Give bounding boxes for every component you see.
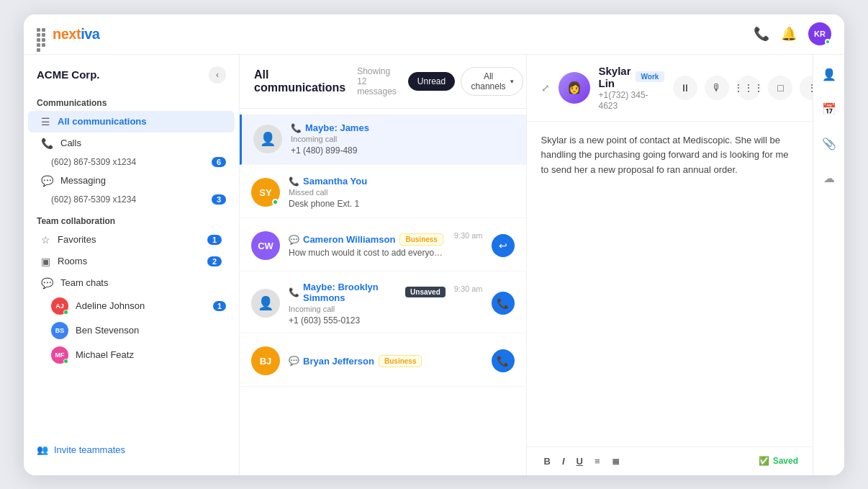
james-call-icon: 📞	[291, 123, 302, 133]
brooklyn-sub: Incoming call	[289, 305, 446, 313]
samantha-online	[272, 199, 279, 205]
sidebar-label-all-comms: All communications	[58, 116, 222, 127]
cameron-tag: Business	[399, 233, 443, 246]
msg-item-james[interactable]: 👤 📞 Maybe: James Incoming call +1 (480) …	[240, 115, 526, 165]
active-call-panel: ⤢ 👩 Skylar Lin Work +1(732) 345-4623 ⏸ 🎙	[526, 55, 813, 475]
james-body: 📞 Maybe: James Incoming call +1 (480) 89…	[291, 122, 515, 156]
saved-indicator: ✅ Saved	[759, 456, 798, 466]
msg-item-bryan[interactable]: BJ 💬 Bryan Jefferson Business 📞	[240, 336, 526, 387]
comm-count: Showing 12 messages	[357, 66, 397, 97]
team-collab-section-label: Team collaboration	[24, 207, 239, 229]
james-sub: Incoming call	[291, 135, 515, 143]
team-chat-ben[interactable]: BS Ben Stevenson	[24, 318, 239, 343]
sidebar-item-calls[interactable]: 📞 Calls	[28, 133, 235, 154]
more-btn[interactable]: ⋮	[800, 76, 813, 100]
comm-header: All communications Showing 12 messages U…	[240, 55, 526, 109]
team-chats-icon: 💬	[41, 277, 53, 289]
caller-number: +1(732) 345-4623	[599, 90, 648, 111]
caller-avatar: 👩	[559, 72, 590, 104]
samantha-name: Samantha You	[303, 176, 367, 187]
adeline-badge: 1	[213, 301, 226, 311]
sidebar-item-all-communications[interactable]: ☰ All communications	[28, 111, 235, 133]
attachment-icon[interactable]: 📎	[818, 133, 841, 156]
sidebar-item-team-chats[interactable]: 💬 Team chats	[28, 272, 235, 294]
calls-number-label: (602) 867-5309 x1234	[51, 157, 204, 167]
adeline-online	[63, 310, 68, 315]
cloud-icon[interactable]: ☁	[818, 167, 841, 190]
sidebar-header: ACME Corp. ‹	[24, 55, 239, 89]
sidebar-collapse-btn[interactable]: ‹	[209, 66, 226, 84]
top-bar-actions: 📞 🔔 KR	[754, 22, 831, 45]
bryan-call-btn[interactable]: 📞	[492, 349, 515, 372]
calls-icon: 📞	[41, 138, 53, 149]
pause-btn[interactable]: ⏸	[673, 76, 697, 100]
samantha-call-icon: 📞	[289, 176, 299, 187]
phone-icon[interactable]: 📞	[754, 26, 769, 42]
cameron-time: 9:30 am	[454, 228, 483, 240]
cameron-body: 💬 Cameron Williamson Business How much w…	[289, 233, 446, 258]
ben-avatar: BS	[51, 322, 68, 339]
mute-btn[interactable]: 🎙	[705, 76, 729, 100]
invite-teammates[interactable]: 👥 Invite teammates	[24, 436, 239, 464]
italic-btn[interactable]: I	[559, 454, 568, 468]
call-editor-toolbar: B I U ≡ ≣ ✅ Saved	[527, 447, 813, 475]
calls-badge: 6	[212, 157, 226, 167]
contact-info-icon[interactable]: 👤	[818, 63, 841, 86]
team-chat-michael[interactable]: MF Michael Featz	[24, 343, 239, 367]
call-tag: Work	[636, 71, 665, 82]
brooklyn-body: 📞 Maybe: Brooklyn Simmons Unsaved Incomi…	[289, 282, 446, 326]
rooms-icon: ▣	[41, 256, 50, 267]
logo-text: nextiva	[53, 26, 99, 42]
msg-item-cameron[interactable]: CW 💬 Cameron Williamson Business How muc…	[240, 221, 526, 272]
keypad-btn[interactable]: ⋮⋮⋮	[736, 76, 761, 100]
unread-filter-btn[interactable]: Unread	[408, 72, 455, 91]
bullet-list-btn[interactable]: ≡	[592, 454, 603, 468]
msg-item-samantha[interactable]: SY 📞 Samantha You Missed call Desk phone…	[240, 168, 526, 218]
logo-area: nextiva	[37, 26, 754, 42]
call-controls: ⏸ 🎙 ⋮⋮⋮ □ ⋮ 00:06 📵	[673, 74, 813, 102]
cameron-avatar: CW	[251, 231, 280, 260]
communications-section-label: Communications	[24, 89, 239, 111]
grid-icon[interactable]	[37, 28, 48, 40]
messages-list: 👤 📞 Maybe: James Incoming call +1 (480) …	[240, 109, 526, 475]
brooklyn-name: Maybe: Brooklyn Simmons	[303, 282, 401, 303]
bryan-name: Bryan Jefferson	[303, 356, 374, 367]
team-chat-adeline[interactable]: AJ Adeline Johnson 1	[24, 294, 239, 318]
sidebar-item-favorites[interactable]: ☆ Favorites 1	[28, 229, 235, 251]
ordered-list-btn[interactable]: ≣	[609, 454, 623, 468]
rooms-badge: 2	[207, 256, 222, 266]
cameron-msg-icon: 💬	[289, 235, 299, 245]
adeline-avatar: AJ	[51, 297, 68, 315]
brooklyn-call-btn[interactable]: 📞	[492, 292, 515, 315]
sidebar-subitem-calls-number[interactable]: (602) 867-5309 x1234 6	[24, 154, 239, 170]
cameron-name: Cameron Williamson	[303, 234, 395, 245]
caller-name: Skylar Lin	[599, 65, 631, 89]
cameron-preview: How much would it cost to add everyone i…	[289, 248, 446, 258]
favorites-icon: ☆	[41, 234, 50, 246]
sidebar-subitem-messaging-number[interactable]: (602) 867-5309 x1234 3	[24, 192, 239, 207]
messaging-number-label: (602) 867-5309 x1234	[51, 194, 204, 205]
underline-btn[interactable]: U	[574, 454, 586, 468]
sidebar-item-messaging[interactable]: 💬 Messaging	[28, 170, 235, 192]
screen-btn[interactable]: □	[768, 76, 792, 100]
comm-header-actions: Unread All channels ▾ All contacts ▾ ⚡	[408, 67, 526, 96]
brooklyn-preview: +1 (603) 555-0123	[289, 315, 446, 326]
user-avatar[interactable]: KR	[808, 22, 831, 45]
sidebar-item-rooms[interactable]: ▣ Rooms 2	[28, 251, 235, 272]
calendar-icon[interactable]: 📅	[818, 98, 841, 121]
msg-item-brooklyn[interactable]: 👤 📞 Maybe: Brooklyn Simmons Unsaved Inco…	[240, 274, 526, 333]
all-channels-btn[interactable]: All channels ▾	[461, 67, 523, 96]
messaging-badge: 3	[212, 194, 226, 205]
cameron-reply-btn[interactable]: ↩	[492, 234, 515, 257]
call-info: Skylar Lin Work +1(732) 345-4623	[599, 65, 665, 111]
samantha-body: 📞 Samantha You Missed call Desk phone Ex…	[289, 176, 515, 209]
bold-btn[interactable]: B	[541, 454, 553, 468]
adeline-name: Adeline Johnson	[76, 300, 206, 311]
brooklyn-avatar: 👤	[251, 289, 280, 318]
bell-icon[interactable]: 🔔	[781, 26, 797, 42]
call-notes[interactable]: Skylar is a new point of contact at Medi…	[527, 122, 813, 447]
call-header: ⤢ 👩 Skylar Lin Work +1(732) 345-4623 ⏸ 🎙	[527, 55, 813, 122]
james-name: Maybe: James	[305, 122, 369, 133]
bryan-tag: Business	[379, 355, 422, 367]
expand-icon[interactable]: ⤢	[541, 82, 550, 94]
